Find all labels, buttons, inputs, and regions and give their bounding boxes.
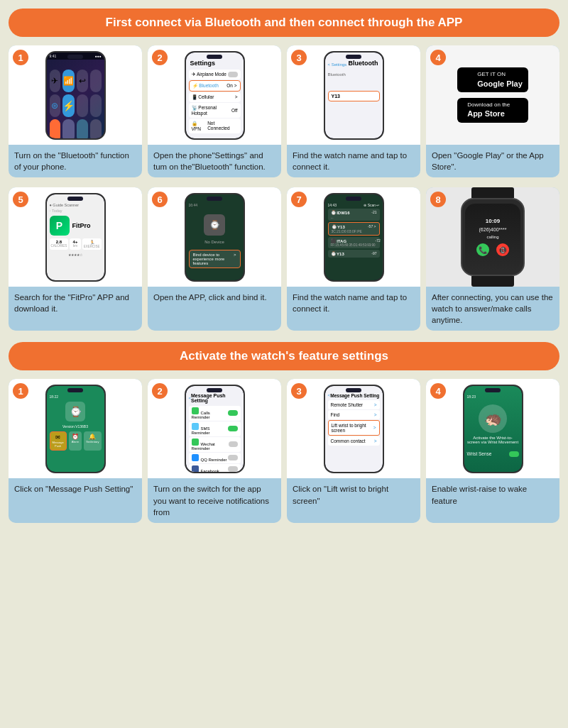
- step-4-image: 4 ▶ GET IT ON Google Play Downl: [426, 45, 559, 145]
- sms-toggle[interactable]: [228, 426, 237, 431]
- bind-device-box: Bind device to experience more features …: [189, 250, 241, 268]
- fitpro-app-icon: P: [50, 216, 70, 236]
- decline-button[interactable]: 📵: [496, 243, 509, 256]
- sms-reminder-row: SMS Reminder: [189, 421, 241, 436]
- phone-mock-2: Settings ✈ Airplane Mode ⚡ Bluetooth On …: [185, 51, 245, 140]
- answer-button[interactable]: 📞: [476, 243, 489, 256]
- step-3-desc: Find the watch name and tap to connect i…: [287, 145, 420, 177]
- wechat-reminder-row: Wechat Reminder: [189, 437, 241, 452]
- alarm-menu-item[interactable]: ⏰ Alarm: [69, 431, 82, 451]
- wechat-toggle[interactable]: [229, 441, 237, 447]
- wifi-icon: ✈: [50, 70, 61, 92]
- rotation-icon: ↩: [77, 70, 88, 92]
- step-8-image: 8 10:09 (626)400**** calling 📞 📵: [426, 187, 559, 287]
- step-b3-number: 3: [291, 383, 307, 399]
- notch-b1: [67, 388, 83, 392]
- bluetooth-icon: ⚡: [62, 94, 75, 117]
- step-b4-card: 4 18:23 🦔 Activate the Wrist-to-screen v…: [426, 379, 559, 522]
- step-b2-desc: Turn on the switch for the app you want …: [148, 478, 281, 522]
- phone-screen-1: 9:41 ●●● ✈ 📶 ↩ ⊛ ⚡: [47, 53, 104, 138]
- phone-mock-7: 14:43 ⊛ Scan ↩ ⌚ IDW16 ... -21: [324, 193, 384, 282]
- section1-banner: First connect via Bluetooth and then con…: [9, 9, 559, 37]
- airplane-toggle: [228, 72, 238, 77]
- find-row: Find >: [328, 410, 380, 419]
- step-2-desc: Open the phone"Settings" and tum on the"…: [148, 145, 281, 177]
- step-1-card: 1 9:41 ●●● ✈ 📶 ↩ ⊛ ⚡: [9, 45, 142, 177]
- call-buttons: 📞 📵: [476, 243, 509, 256]
- step-2-card: 2 Settings ✈ Airplane Mode ⚡ Bluetooth O…: [148, 45, 281, 177]
- section1-grid: 1 9:41 ●●● ✈ 📶 ↩ ⊛ ⚡: [9, 45, 559, 177]
- calls-toggle[interactable]: [228, 410, 237, 416]
- store-buttons: ▶ GET IT ON Google Play Download on the …: [452, 62, 534, 128]
- qq-toggle[interactable]: [228, 455, 238, 460]
- step-7-number: 7: [291, 192, 307, 207]
- bt-scan-screen: < Settings Bluetooth Bluetooth Y13: [325, 53, 383, 138]
- step-b4-desc: Enable wrist-raise to wake feature: [426, 478, 559, 511]
- facebook-row: Facebook: [189, 464, 241, 472]
- phone-screen-7: 14:43 ⊛ Scan ↩ ⌚ IDW16 ... -21: [325, 194, 383, 280]
- app4-icon: [90, 119, 102, 138]
- wrist-sense-toggle[interactable]: [509, 451, 519, 457]
- scan-idw16: ⌚ IDW16 ... -21: [328, 209, 380, 221]
- step-b3-image: 3 < Message Push Setting Remote Shutter …: [287, 379, 420, 478]
- msg-push-settings-screen: < Message Push Setting Calls Reminder SM…: [186, 386, 244, 472]
- notch-1: [67, 55, 83, 59]
- step-b1-desc: Click on "Message Push Setting": [9, 478, 142, 500]
- wrist-sense-screen: 18:23 🦔 Activate the Wrist-to-screen via…: [464, 386, 522, 472]
- step-2-image: 2 Settings ✈ Airplane Mode ⚡ Bluetooth O…: [148, 45, 281, 145]
- cellular-row: 📱 Cellular >: [189, 92, 241, 102]
- watch-body: 10:09 (626)400**** calling 📞 📵: [461, 198, 525, 276]
- phone-mock-1: 9:41 ●●● ✈ 📶 ↩ ⊛ ⚡: [45, 51, 106, 140]
- watch-bind-icon: ⌚: [204, 214, 225, 236]
- bluetooth-row: ⚡ Bluetooth On >: [189, 80, 241, 92]
- step-b1-number: 1: [13, 383, 28, 399]
- watch-home-icon: ⌚: [65, 402, 85, 421]
- y13-device-box: Y13: [328, 91, 380, 101]
- scan-screen: 14:43 ⊛ Scan ↩ ⌚ IDW16 ... -21: [325, 194, 383, 280]
- wrist-sense-toggle-row: Wrist Sense: [467, 451, 519, 457]
- step-b3-desc: Click on "Lift wrist to bright screen": [287, 478, 420, 511]
- step-b2-card: 2 < Message Push Setting Calls Reminder: [148, 379, 281, 522]
- google-play-button[interactable]: ▶ GET IT ON Google Play: [457, 67, 528, 92]
- notch-b2: [207, 388, 222, 392]
- wifi2-icon: ⊛: [50, 94, 61, 117]
- msg-push-menu-item[interactable]: ✉ Message Push: [50, 431, 67, 451]
- step-5-number: 5: [13, 192, 28, 207]
- watch-strap-bottom: [471, 276, 514, 287]
- phone-mock-b1: 18:22 ⌚ Version:V136B3 ✉ Message Push ⏰: [45, 385, 106, 473]
- phone-mock-3: < Settings Bluetooth Bluetooth Y13: [324, 51, 384, 140]
- scan-y13-2: ⌚ Y13 -97: [328, 250, 380, 258]
- watch-display: 10:09 (626)400**** calling 📞 📵: [465, 204, 520, 271]
- vpn-row: 🔒 VPN Not Connected: [189, 118, 241, 133]
- phone-mock-6: 16:44 ⌚ No Device Bind device to experie…: [185, 193, 245, 282]
- app-store-button[interactable]: Download on the App Store: [457, 98, 528, 123]
- fb-toggle[interactable]: [228, 466, 238, 472]
- step-7-desc: Find the watch name and tap to connect i…: [287, 287, 420, 319]
- step-7-image: 7 14:43 ⊛ Scan ↩ ⌚ IDW16 ...: [287, 187, 420, 287]
- reminder-menu-item[interactable]: 🔔 Sedentary: [84, 431, 101, 451]
- phone-screen-b2: < Message Push Setting Calls Reminder SM…: [186, 386, 244, 472]
- phone-screen-3: < Settings Bluetooth Bluetooth Y13: [325, 53, 383, 138]
- lift-wrist-row[interactable]: Lift wrist to bright screen >: [328, 420, 380, 436]
- step-4-card: 4 ▶ GET IT ON Google Play Downl: [426, 45, 559, 177]
- settings-title: Settings: [189, 60, 241, 67]
- step-b3-card: 3 < Message Push Setting Remote Shutter …: [287, 379, 420, 522]
- notch-b3: [346, 388, 361, 392]
- step-4-number: 4: [430, 50, 446, 65]
- app-bind-screen: 16:44 ⌚ No Device Bind device to experie…: [186, 194, 244, 280]
- phone-screen-6: 16:44 ⌚ No Device Bind device to experie…: [186, 194, 244, 280]
- phone-mock-b2: < Message Push Setting Calls Reminder SM…: [185, 385, 245, 473]
- watch-strap-top: [471, 187, 514, 198]
- fitpro-app-screen: ● Guide Scanner ◦ Today P FitPro 2.8 CAL…: [47, 194, 104, 280]
- notch-3: [346, 55, 361, 59]
- fitpro-home-screen: 18:22 ⌚ Version:V136B3 ✉ Message Push ⏰: [47, 386, 104, 472]
- step-4-desc: Open "Google Play" or the App Store".: [426, 145, 559, 177]
- calls-reminder-row: Calls Reminder: [189, 406, 241, 421]
- phone-screen-5: ● Guide Scanner ◦ Today P FitPro 2.8 CAL…: [47, 194, 104, 280]
- step-1-number: 1: [13, 50, 28, 65]
- phone-screen-b4: 18:23 🦔 Activate the Wrist-to-screen via…: [464, 386, 522, 472]
- step-1-image: 1 9:41 ●●● ✈ 📶 ↩ ⊛ ⚡: [9, 45, 142, 145]
- step-b4-image: 4 18:23 🦔 Activate the Wrist-to-screen v…: [426, 379, 559, 478]
- notch-b4: [485, 388, 501, 392]
- app3-icon: [77, 119, 88, 138]
